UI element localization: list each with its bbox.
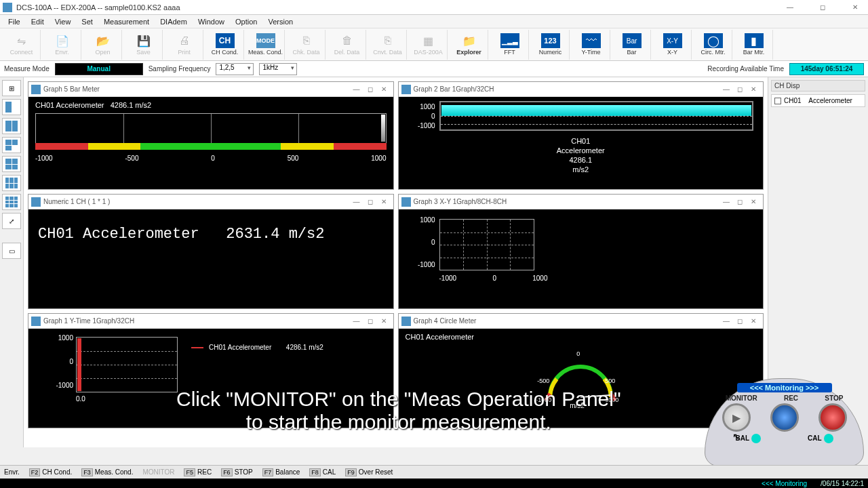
tb-del-data[interactable]: 🗑Del. Data xyxy=(328,30,366,60)
rec-button[interactable] xyxy=(770,403,799,432)
graph-title: Graph 5 Bar Meter xyxy=(43,85,350,93)
barmtr-icon: ▮ xyxy=(745,33,764,48)
tb-bar[interactable]: BarBar xyxy=(613,30,651,60)
mode-row: Measure Mode Manual Sampling Frequency 1… xyxy=(0,61,868,77)
close-icon[interactable]: ✕ xyxy=(377,317,391,325)
layout-btn-6[interactable] xyxy=(2,175,21,191)
menu-file[interactable]: File xyxy=(3,16,26,27)
tb-ch-cond[interactable]: CHCH Cond. xyxy=(206,30,244,60)
close-button[interactable]: ✕ xyxy=(845,2,865,13)
hbar-box xyxy=(439,101,754,131)
sampling-freq-label: Sampling Frequency xyxy=(149,65,211,73)
save-icon: 💾 xyxy=(136,33,152,48)
meas-cond-icon: MODE xyxy=(256,33,275,48)
sampling-combo-1[interactable]: 1,2,5 xyxy=(216,63,254,75)
tb-circ[interactable]: ◯Circ. Mtr. xyxy=(694,30,732,60)
menu-version[interactable]: Version xyxy=(262,16,298,27)
sb-envr: Envr. xyxy=(4,468,20,476)
pod-stop-label: STOP xyxy=(825,394,843,402)
graph-icon xyxy=(31,197,41,207)
layout-btn-8[interactable]: ⤢ xyxy=(2,213,21,229)
minimize-icon[interactable]: — xyxy=(350,198,363,205)
tb-open[interactable]: 📂Open xyxy=(84,30,122,60)
menu-window[interactable]: Window xyxy=(193,16,230,27)
maximize-icon[interactable]: ◻ xyxy=(733,198,747,205)
sb-f7[interactable]: F7Balance xyxy=(262,468,300,476)
envr-icon: 📄 xyxy=(54,33,71,48)
tb-meas-cond[interactable]: MODEMeas. Cond. xyxy=(247,30,285,60)
close-icon[interactable]: ✕ xyxy=(747,85,760,93)
ch-disp-item[interactable]: CH01 Accelerometer xyxy=(771,94,865,107)
maximize-icon[interactable]: ◻ xyxy=(733,317,747,325)
layout-btn-4[interactable] xyxy=(2,137,21,153)
close-icon[interactable]: ✕ xyxy=(747,317,760,325)
tb-explorer[interactable]: 📁Explorer xyxy=(450,30,488,60)
sb-f8[interactable]: F8CAL xyxy=(309,468,336,476)
minimize-icon[interactable]: — xyxy=(719,85,733,93)
graph-1-ytime[interactable]: Graph 1 Y-Time 1Graph/32CH—◻✕ 1000 0 -10… xyxy=(28,313,394,428)
close-icon[interactable]: ✕ xyxy=(747,198,760,205)
layout-btn-5[interactable] xyxy=(2,156,21,172)
minimize-icon[interactable]: — xyxy=(719,317,733,325)
graph-3-xy[interactable]: Graph 3 X-Y 1Graph/8CH-8CH—◻✕ 1000 0 -10… xyxy=(398,194,764,309)
layout-btn-3[interactable] xyxy=(2,118,21,134)
minimize-button[interactable]: — xyxy=(780,2,800,13)
stop-button[interactable] xyxy=(818,403,847,432)
checkbox-icon[interactable] xyxy=(774,98,781,104)
minimize-icon[interactable]: — xyxy=(350,85,363,93)
menu-edit[interactable]: Edit xyxy=(26,16,50,27)
sb-f2[interactable]: F2CH Cond. xyxy=(29,468,72,476)
layout-btn-2[interactable] xyxy=(2,99,21,115)
graph-title: Graph 4 Circle Meter xyxy=(414,317,720,325)
graph-title: Numeric 1 CH ( 1 * 1 ) xyxy=(43,198,350,205)
sb-f9[interactable]: F9Over Reset xyxy=(345,468,393,476)
tb-connect[interactable]: ⇋Connect xyxy=(3,30,41,60)
menu-diadem[interactable]: DIAdem xyxy=(155,16,193,27)
tb-save[interactable]: 💾Save xyxy=(125,30,163,60)
tb-barmtr[interactable]: ▮Bar Mtr. xyxy=(735,30,773,60)
layout-btn-9[interactable]: ▭ xyxy=(2,243,21,259)
close-icon[interactable]: ✕ xyxy=(377,198,391,205)
pod-monitor-label: MONITOR xyxy=(726,394,757,402)
sb-f5[interactable]: F5REC xyxy=(184,468,212,476)
sb-f6[interactable]: F6STOP xyxy=(221,468,253,476)
xy-icon: X-Y xyxy=(663,33,682,48)
graph-2-bar[interactable]: Graph 2 Bar 1Graph/32CH—◻✕ 1000 0 -1000 … xyxy=(398,81,764,190)
minimize-icon[interactable]: — xyxy=(719,198,733,205)
chk-data-icon: ⎘ xyxy=(298,33,315,48)
monitor-button[interactable]: ▶ xyxy=(722,403,751,432)
maximize-icon[interactable]: ◻ xyxy=(363,317,377,325)
layout-btn-1[interactable]: ⊞ xyxy=(2,80,21,96)
graph-title: Graph 1 Y-Time 1Graph/32CH xyxy=(43,317,350,325)
maximize-icon[interactable]: ◻ xyxy=(733,85,747,93)
menu-measurement[interactable]: Measurement xyxy=(98,16,155,27)
tb-numeric[interactable]: 123Numeric xyxy=(532,30,570,60)
graph-icon xyxy=(401,197,411,207)
sampling-combo-2[interactable]: 1kHz xyxy=(259,63,297,75)
menu-option[interactable]: Option xyxy=(230,16,262,27)
tb-das200a[interactable]: ▦DAS-200A xyxy=(410,30,448,60)
graph-5-bar-meter[interactable]: Graph 5 Bar Meter—◻✕ CH01 Accelerometer … xyxy=(28,81,394,190)
bar-icon: Bar xyxy=(623,33,642,48)
graph-4-circle[interactable]: Graph 4 Circle Meter—◻✕ CH01 Acceleromet… xyxy=(398,313,764,428)
menu-view[interactable]: View xyxy=(50,16,77,27)
close-icon[interactable]: ✕ xyxy=(377,85,391,93)
numeric-1-ch[interactable]: Numeric 1 CH ( 1 * 1 )—◻✕ CH01 Accelerom… xyxy=(28,194,394,309)
maximize-button[interactable]: ◻ xyxy=(812,2,833,13)
tb-fft[interactable]: ▁▂▃FFT xyxy=(491,30,529,60)
tb-envr[interactable]: 📄Envr. xyxy=(43,30,81,60)
minimize-icon[interactable]: — xyxy=(350,317,363,325)
graph-title: Graph 2 Bar 1Graph/32CH xyxy=(414,85,720,93)
tb-print[interactable]: 🖨Print xyxy=(165,30,203,60)
sb-f3[interactable]: F3Meas. Cond. xyxy=(81,468,133,476)
tb-cnvt-data[interactable]: ⎘Cnvt. Data xyxy=(369,30,407,60)
tb-ytime[interactable]: 〰Y-Time xyxy=(572,30,610,60)
xy-axis xyxy=(439,219,534,270)
layout-btn-7[interactable] xyxy=(2,194,21,210)
menu-set[interactable]: Set xyxy=(76,16,98,27)
tb-xy[interactable]: X-YX-Y xyxy=(654,30,692,60)
tb-chk-data[interactable]: ⎘Chk. Data xyxy=(288,30,326,60)
taskstrip-monitoring: <<< Monitoring xyxy=(762,480,807,487)
maximize-icon[interactable]: ◻ xyxy=(363,198,377,205)
maximize-icon[interactable]: ◻ xyxy=(363,85,377,93)
